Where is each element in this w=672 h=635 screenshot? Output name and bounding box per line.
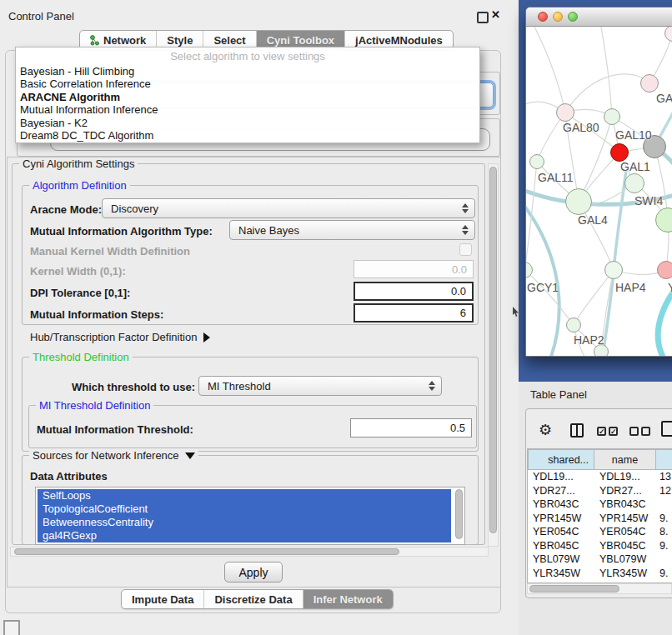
algorithm-option[interactable]: Mutual Information Inference <box>16 103 479 116</box>
select-all-checkboxes-icon[interactable]: ✓✓ <box>597 427 618 436</box>
table-hscroll-thumb[interactable] <box>529 585 619 592</box>
cyni-bottom-tabbar: Impute Data Discretize Data Infer Networ… <box>121 589 394 609</box>
node-label-gcy1: GCY1 <box>527 281 559 294</box>
node-label-cut: Y <box>668 281 672 294</box>
attribute-item[interactable]: TopologicalCoefficient <box>38 502 451 516</box>
table-row[interactable]: YDR27...YDR27...12 <box>528 484 672 498</box>
application-window: Control Panel ✕ Network Style Select Cyn… <box>0 0 672 635</box>
node-label-swi4: SWI4 <box>634 194 663 208</box>
column-header-cut[interactable] <box>655 449 672 470</box>
table-horizontal-scrollbar[interactable] <box>527 583 672 594</box>
attribute-item[interactable]: gal4RGexp <box>38 529 451 542</box>
column-header-shared-name[interactable]: shared... <box>528 449 594 470</box>
table-row[interactable]: YDL19...YDL19...13 <box>528 470 672 484</box>
node-label-gal1: GAL1 <box>620 160 650 173</box>
algorithm-option[interactable]: Bayesian - Hill Climbing <box>16 65 479 78</box>
attribute-item[interactable]: SelfLoops <box>38 489 451 502</box>
table-panel-title: Table Panel <box>530 388 587 401</box>
node-label-gal10: GAL10 <box>615 128 652 142</box>
close-panel-icon[interactable]: ✕ <box>491 8 500 21</box>
network-node-gal11[interactable] <box>529 154 544 169</box>
node-label: GAL <box>656 92 672 105</box>
list-scrollbar-thumb[interactable] <box>455 489 463 539</box>
node-label-gal80: GAL80 <box>563 121 599 134</box>
algorithm-dropdown-list: Select algorithm to view settings Bayesi… <box>15 47 480 143</box>
settings-horizontal-scrollbar[interactable] <box>10 547 489 557</box>
expander-right-icon <box>203 332 210 342</box>
hub-definition-expander[interactable]: Hub/Transcription Factor Definition <box>30 331 210 343</box>
tab-infer-network[interactable]: Infer Network <box>303 590 393 608</box>
minimized-panel-icon[interactable] <box>3 620 20 635</box>
minimize-traffic-light[interactable] <box>553 12 563 22</box>
settings-vscroll-thumb[interactable] <box>489 167 497 533</box>
network-view-window: GAL GAL80 GAL10 GAL1 GAL11 SWI4 GAL4 GCY… <box>525 7 672 357</box>
data-attributes-list: SelfLoops TopologicalCoefficient Between… <box>35 487 465 545</box>
kernel-width-field[interactable]: 0.0 <box>354 260 474 278</box>
table-row[interactable]: YBR043CYBR043C <box>528 498 672 512</box>
close-traffic-light[interactable] <box>538 12 548 22</box>
table-row[interactable]: YBL079WYBL079W <box>528 552 672 567</box>
network-node-hap4[interactable] <box>604 261 623 279</box>
table-row[interactable]: YPR145WYPR145W9. <box>528 512 672 526</box>
gear-icon[interactable]: ⚙ <box>539 422 552 438</box>
float-panel-icon[interactable] <box>477 12 489 23</box>
mi-steps-field[interactable]: 6 <box>354 303 474 322</box>
data-attributes-label: Data Attributes <box>30 470 108 482</box>
attribute-item[interactable]: BetweennessCentrality <box>38 516 451 529</box>
table-row[interactable]: YBR045CYBR045C9. <box>528 539 672 553</box>
algorithm-dropdown-hint: Select algorithm to view settings <box>16 50 479 62</box>
node-label-hap2: HAP2 <box>574 333 604 347</box>
network-node-gal10[interactable] <box>604 108 620 125</box>
table-row[interactable]: YER054CYER054C8. <box>528 525 672 539</box>
network-node-gal80[interactable] <box>556 103 574 122</box>
manual-kernel-width-label: Manual Kernel Width Definition <box>30 245 190 258</box>
cyni-algorithm-settings-title: Cyni Algorithm Settings <box>19 158 138 170</box>
settings-vertical-scrollbar[interactable] <box>488 163 499 547</box>
settings-hscroll-thumb[interactable] <box>14 548 399 555</box>
network-node[interactable] <box>640 74 659 92</box>
combo-spinner-icon <box>462 203 469 213</box>
control-panel-title: Control Panel <box>8 10 74 22</box>
tab-impute-data[interactable]: Impute Data <box>122 590 203 608</box>
aracne-mode-combobox[interactable]: Discovery <box>102 198 475 218</box>
network-canvas[interactable]: GAL GAL80 GAL10 GAL1 GAL11 SWI4 GAL4 GCY… <box>526 27 672 357</box>
mi-algorithm-type-label: Mutual Information Algorithm Type: <box>30 225 213 238</box>
network-node-pink[interactable] <box>657 261 672 279</box>
network-node-hap2[interactable] <box>566 318 581 332</box>
kernel-width-label: Kernel Width (0,1): <box>30 265 126 278</box>
sources-title[interactable]: Sources for Network Inference <box>29 449 198 462</box>
algorithm-option-selected[interactable]: ARACNE Algorithm <box>16 91 479 103</box>
deselect-all-checkboxes-icon[interactable] <box>629 427 650 436</box>
combo-spinner-icon <box>429 381 435 391</box>
mi-threshold-label: Mutual Information Threshold: <box>37 423 193 436</box>
which-threshold-combobox[interactable]: MI Threshold <box>198 376 442 396</box>
table-row[interactable]: YLR345WYLR345W9. <box>528 567 672 581</box>
column-header-name[interactable]: name <box>594 449 656 470</box>
aracne-mode-label: Aracne Mode: <box>30 203 102 216</box>
network-node-swi4[interactable] <box>624 173 644 193</box>
dpi-tolerance-field[interactable]: 0.0 <box>354 282 474 301</box>
node-label-gal11: GAL11 <box>538 171 574 184</box>
mi-threshold-definition-title: MI Threshold Definition <box>36 399 153 412</box>
algorithm-definition-title: Algorithm Definition <box>29 179 130 192</box>
columns-icon[interactable] <box>570 423 584 438</box>
mi-algorithm-type-combobox[interactable]: Naive Bayes <box>229 220 475 240</box>
algorithm-option[interactable]: Basic Correlation Inference <box>16 78 479 90</box>
dpi-tolerance-label: DPI Tolerance [0,1]: <box>30 287 130 299</box>
network-node-gal4[interactable] <box>565 188 592 215</box>
node-label-hap4: HAP4 <box>615 281 646 294</box>
network-icon <box>90 35 99 46</box>
mi-threshold-field[interactable]: 0.5 <box>350 418 472 438</box>
new-table-icon[interactable] <box>661 421 672 437</box>
which-threshold-label: Which threshold to use: <box>72 381 195 393</box>
manual-kernel-width-checkbox[interactable] <box>459 243 472 256</box>
network-node-red[interactable] <box>610 143 629 162</box>
mi-steps-label: Mutual Information Steps: <box>30 308 163 321</box>
node-table: shared... name YDL19...YDL19...13 YDR27.… <box>527 448 672 583</box>
apply-button[interactable]: Apply <box>224 562 283 582</box>
algorithm-option[interactable]: Dream8 DC_TDC Algorithm <box>16 129 479 142</box>
maximize-traffic-light[interactable] <box>568 12 578 22</box>
network-window-titlebar[interactable] <box>526 8 672 27</box>
algorithm-option[interactable]: Bayesian - K2 <box>16 117 479 129</box>
tab-discretize-data[interactable]: Discretize Data <box>203 590 302 608</box>
